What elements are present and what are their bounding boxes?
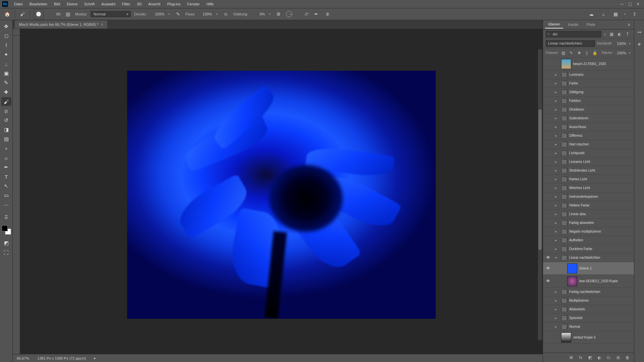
layer-group-row[interactable]: ▸Negativ multiplizieren (543, 227, 634, 236)
fill-dropdown-icon[interactable]: ▾ (628, 51, 631, 55)
expand-toggle-icon[interactable]: ▸ (555, 186, 559, 190)
expand-toggle-icon[interactable]: ▸ (555, 125, 559, 129)
panel-menu-icon[interactable]: ≡ (626, 22, 632, 28)
layer-name-label[interactable]: Sprenkel (569, 316, 582, 320)
expand-toggle-icon[interactable]: ▸ (555, 203, 559, 207)
expand-toggle-icon[interactable]: ▸ (555, 212, 559, 216)
expand-toggle-icon[interactable]: ▸ (555, 81, 559, 85)
healing-brush-tool[interactable]: ✚ (1, 88, 11, 97)
expand-toggle-icon[interactable]: ▾ (555, 256, 559, 259)
layer-thumbnail[interactable] (567, 276, 577, 286)
vertical-ruler[interactable] (13, 36, 20, 354)
lock-position-icon[interactable]: ✥ (576, 50, 582, 56)
layer-name-label[interactable]: Farbig abwedeln (569, 221, 594, 225)
layer-name-label[interactable]: Farbig nachbelichten (569, 290, 600, 294)
layer-name-label[interactable]: Aufhellen (569, 238, 583, 242)
layer-group-row[interactable]: ▸Farbig nachbelichten (543, 288, 634, 296)
expand-toggle-icon[interactable]: ▸ (555, 290, 559, 294)
canvas-viewport[interactable] (20, 36, 543, 354)
layer-name-label[interactable]: Negativ multiplizieren (569, 230, 601, 233)
smoothing-value[interactable]: 0% (252, 12, 265, 16)
frame-tool[interactable]: ▣ (1, 69, 11, 78)
vertical-scrollbar[interactable] (538, 49, 542, 341)
move-tool[interactable]: ✥ (1, 22, 11, 31)
layer-group-row[interactable]: ▸Abdunkeln (543, 305, 634, 314)
layer-group-row[interactable]: ▸Lineares Licht (543, 158, 634, 166)
expand-toggle-icon[interactable]: ▸ (555, 90, 559, 94)
layer-group-row[interactable]: ▸Sättigung (543, 88, 634, 97)
new-adjustment-icon[interactable]: ◐ (596, 355, 602, 361)
history-brush-tool[interactable]: ↺ (1, 116, 11, 125)
layer-group-row[interactable]: ▸Normal (543, 322, 634, 331)
layer-group-row[interactable]: ▸Farbton (543, 97, 634, 105)
airbrush-toggle[interactable]: ⎋ (222, 10, 230, 18)
color-swatches[interactable] (2, 225, 11, 235)
blur-tool[interactable]: ∘ (1, 144, 11, 153)
menu-item-filter[interactable]: Filter (119, 1, 133, 7)
tab-layers[interactable]: Ebenen (545, 21, 563, 28)
expand-panel-icon[interactable]: ◂◂ (636, 28, 643, 36)
expand-toggle-icon[interactable]: ▸ (555, 177, 559, 181)
expand-toggle-icon[interactable]: ▸ (555, 116, 559, 120)
layer-name-label[interactable]: Farbe (569, 81, 578, 85)
visibility-toggle[interactable]: 👁 (545, 266, 551, 271)
type-tool[interactable]: T (1, 172, 11, 181)
layer-name-label[interactable]: Multiplizieren (569, 299, 589, 302)
foreground-color-swatch[interactable] (2, 225, 8, 231)
document-info[interactable]: 1381 Px x 1080 Px (72 ppcm) (37, 356, 86, 360)
symmetry-toggle[interactable]: Ꚛ (324, 10, 332, 18)
layer-group-row[interactable]: ▸Farbig abwedeln (543, 219, 634, 227)
layer-name-label[interactable]: Abdunkeln (569, 307, 585, 311)
zoom-level[interactable]: 66,67% (17, 356, 29, 360)
expand-toggle-icon[interactable]: ▸ (555, 73, 559, 76)
expand-toggle-icon[interactable]: ▸ (555, 134, 559, 137)
layer-name-label[interactable]: Hellere Farbe (569, 203, 590, 207)
cloud-docs-icon[interactable]: ☁ (587, 10, 595, 18)
layer-group-row[interactable]: ▸Luminanz (543, 70, 634, 79)
opacity-dropdown-icon[interactable]: ▾ (168, 12, 171, 16)
layer-row[interactable]: verlauf Kopie 5 (543, 331, 634, 344)
layer-list[interactable]: beach-2179361_1920▸Luminanz▸Farbe▸Sättig… (543, 58, 634, 353)
menu-item-ebene[interactable]: Ebene (63, 1, 81, 7)
brush-settings-button[interactable]: ▧ (64, 10, 72, 18)
quickmask-toggle[interactable]: ◩ (1, 239, 11, 247)
expand-toggle-icon[interactable]: ▸ (555, 247, 559, 251)
brush-angle-value[interactable]: -2° (296, 12, 309, 16)
layer-name-label[interactable]: Weiches Licht (569, 186, 590, 190)
menu-item-datei[interactable]: Datei (11, 1, 26, 7)
layer-row[interactable]: 👁bee-5618012_1920 Kopie (543, 275, 634, 288)
magic-wand-tool[interactable]: ✦ (1, 50, 11, 59)
home-button[interactable]: 🏠 (3, 10, 11, 18)
layer-group-row[interactable]: ▸Hart mischen (543, 140, 634, 149)
brush-preset-picker[interactable] (34, 9, 44, 19)
layer-group-row[interactable]: ▸Strahlendes Licht (543, 166, 634, 175)
layer-name-label[interactable]: verlauf Kopie 5 (573, 336, 596, 339)
menu-item-3d[interactable]: 3D (133, 1, 145, 7)
workspace-switcher-icon[interactable]: ▦ (611, 10, 620, 18)
tab-channels[interactable]: Kanäle (565, 21, 582, 28)
layer-name-label[interactable]: Linear abw. (569, 212, 586, 216)
visibility-toggle[interactable]: 👁 (545, 279, 551, 284)
new-group-icon[interactable]: 🗀 (606, 355, 612, 361)
layer-group-row[interactable]: ▸Weiches Licht (543, 184, 634, 192)
gradient-tool[interactable]: ▤ (1, 135, 11, 143)
marquee-tool[interactable]: ◻ (1, 32, 11, 40)
opacity-value[interactable]: 100% (151, 12, 164, 16)
layer-name-label[interactable]: Farbton (569, 99, 581, 103)
filter-pixel-icon[interactable]: ▦ (608, 31, 614, 37)
layer-name-label[interactable]: Ausschluss (569, 125, 586, 129)
expand-toggle-icon[interactable]: ▸ (555, 316, 559, 320)
filter-adjustment-icon[interactable]: ◐ (616, 31, 623, 37)
layer-row[interactable]: 👁Ebene 1 (543, 262, 634, 275)
layer-thumbnail[interactable] (561, 333, 571, 343)
lasso-tool[interactable]: ⌇ (1, 41, 11, 50)
smoothing-options-button[interactable]: ⚙ (275, 10, 283, 18)
layer-group-row[interactable]: ▸Ausschluss (543, 123, 634, 131)
layer-group-row[interactable]: ▸Lichtpunkt (543, 149, 634, 158)
lock-transparent-icon[interactable]: ▨ (560, 50, 566, 56)
layer-name-label[interactable]: Ineinanderkopieren (569, 195, 598, 198)
layer-filter-search-input[interactable] (546, 31, 601, 38)
blend-mode-select[interactable]: Normal (91, 11, 131, 17)
share-button[interactable]: ⇪ (631, 10, 639, 18)
close-icon[interactable]: × (101, 22, 103, 26)
